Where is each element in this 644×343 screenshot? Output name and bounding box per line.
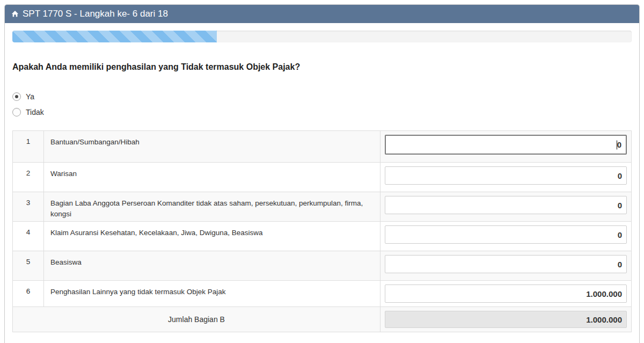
row-label: Bantuan/Sumbangan/Hibah [44,131,380,163]
row-number: 3 [13,192,44,222]
total-label: Jumlah Bagian B [13,307,380,332]
text-cursor [617,140,618,149]
panel-header: SPT 1770 S - Langkah ke- 6 dari 18 [5,5,639,23]
table-row: 4 Klaim Asuransi Kesehatan, Kecelakaan, … [13,222,632,251]
radio-label[interactable]: Tidak [26,108,44,116]
progress-fill [12,31,217,42]
radio-option-ya[interactable]: Ya [12,89,632,104]
amount-input-3[interactable] [385,196,627,214]
amount-input-4[interactable] [385,225,627,244]
amount-input-1[interactable] [385,135,627,155]
row-label: Klaim Asuransi Kesehatan, Kecelakaan, Ji… [44,222,380,251]
radio-button-icon[interactable] [12,108,21,116]
row-label: Beasiswa [44,251,380,281]
table-footer-row: Jumlah Bagian B [13,307,632,332]
table-row: 2 Warisan [13,163,632,192]
radio-group: Ya Tidak [12,89,632,120]
page-title: SPT 1770 S - Langkah ke- 6 dari 18 [23,9,168,19]
radio-option-tidak[interactable]: Tidak [12,104,632,120]
row-number: 5 [13,251,44,281]
total-amount-field [385,311,627,328]
table-row: 5 Beasiswa [13,251,632,281]
amount-input-5[interactable] [385,255,627,273]
income-table: 1 Bantuan/Sumbangan/Hibah 2 Warisan [12,130,632,332]
progress-bar [12,31,632,42]
question-text: Apakah Anda memiliki penghasilan yang Ti… [12,62,632,72]
table-row: 3 Bagian Laba Anggota Perseroan Komandit… [13,192,632,222]
row-number: 6 [13,281,44,307]
wizard-panel: SPT 1770 S - Langkah ke- 6 dari 18 Apaka… [4,4,640,343]
amount-input-6[interactable] [385,284,627,303]
row-label: Bagian Laba Anggota Perseroan Komanditer… [44,192,380,222]
table-row: 1 Bantuan/Sumbangan/Hibah [13,131,632,163]
radio-label[interactable]: Ya [26,92,34,101]
row-label: Warisan [44,163,380,192]
radio-button-icon[interactable] [12,92,21,101]
row-number: 1 [13,131,44,163]
row-number: 4 [13,222,44,251]
panel-body: Apakah Anda memiliki penghasilan yang Ti… [5,23,639,340]
amount-input-2[interactable] [385,166,627,185]
row-number: 2 [13,163,44,192]
home-icon [11,10,19,18]
table-row: 6 Penghasilan Lainnya yang tidak termasu… [13,281,632,307]
row-label: Penghasilan Lainnya yang tidak termasuk … [44,281,380,307]
